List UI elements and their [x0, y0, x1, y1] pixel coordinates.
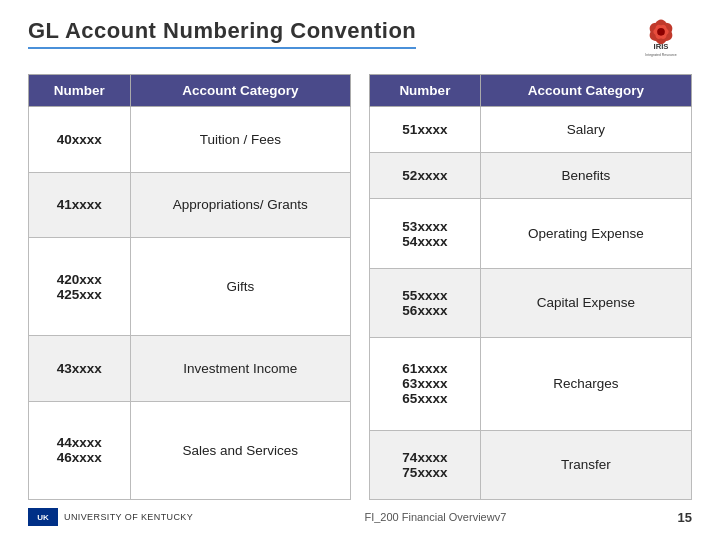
right-table-number-1: 52xxxx	[370, 153, 481, 199]
left-table-number-4: 44xxxx 46xxxx	[29, 401, 131, 499]
left-table-category-2: Gifts	[130, 238, 350, 336]
title-block: GL Account Numbering Convention	[28, 18, 416, 49]
right-table-number-3: 55xxxx 56xxxx	[370, 268, 481, 337]
left-table: Number Account Category 40xxxxTuition / …	[28, 74, 351, 500]
right-table-number-0: 51xxxx	[370, 107, 481, 153]
right-table-number-2: 53xxxx 54xxxx	[370, 199, 481, 268]
uk-initials: UK	[37, 513, 49, 522]
left-table-category-0: Tuition / Fees	[130, 107, 350, 173]
uk-logo-box: UK	[28, 508, 58, 526]
svg-point-6	[657, 28, 665, 36]
left-table-number-0: 40xxxx	[29, 107, 131, 173]
left-table-category-1: Appropriations/ Grants	[130, 172, 350, 238]
tables-container: Number Account Category 40xxxxTuition / …	[28, 74, 692, 500]
left-table-header-category: Account Category	[130, 75, 350, 107]
footer-page-number: 15	[678, 510, 692, 525]
right-table: Number Account Category 51xxxxSalary52xx…	[369, 74, 692, 500]
footer-university-name: UNIVERSITY OF KENTUCKY	[64, 512, 193, 522]
svg-text:IRIS: IRIS	[654, 42, 669, 51]
iris-logo: IRIS Integrated Resource	[630, 18, 692, 58]
left-table-category-4: Sales and Services	[130, 401, 350, 499]
left-table-number-1: 41xxxx	[29, 172, 131, 238]
left-table-header-number: Number	[29, 75, 131, 107]
right-table-category-1: Benefits	[480, 153, 691, 199]
header: GL Account Numbering Convention IRIS Int…	[28, 18, 692, 58]
right-table-header-category: Account Category	[480, 75, 691, 107]
left-table-number-2: 420xxx 425xxx	[29, 238, 131, 336]
right-table-category-0: Salary	[480, 107, 691, 153]
right-table-number-5: 74xxxx 75xxxx	[370, 430, 481, 499]
right-table-number-4: 61xxxx 63xxxx 65xxxx	[370, 338, 481, 430]
left-table-category-3: Investment Income	[130, 336, 350, 402]
left-table-number-3: 43xxxx	[29, 336, 131, 402]
main-page: GL Account Numbering Convention IRIS Int…	[0, 0, 720, 540]
right-table-category-2: Operating Expense	[480, 199, 691, 268]
logo-box: IRIS Integrated Resource	[630, 18, 692, 58]
footer-slide-title: FI_200 Financial Overviewv7	[364, 511, 506, 523]
right-table-header-number: Number	[370, 75, 481, 107]
right-table-category-3: Capital Expense	[480, 268, 691, 337]
right-table-category-4: Recharges	[480, 338, 691, 430]
svg-text:Integrated Resource: Integrated Resource	[645, 53, 676, 57]
footer-logo: UK UNIVERSITY OF KENTUCKY	[28, 508, 193, 526]
page-title: GL Account Numbering Convention	[28, 18, 416, 44]
footer: UK UNIVERSITY OF KENTUCKY FI_200 Financi…	[28, 508, 692, 526]
right-table-category-5: Transfer	[480, 430, 691, 499]
title-underline	[28, 47, 416, 49]
